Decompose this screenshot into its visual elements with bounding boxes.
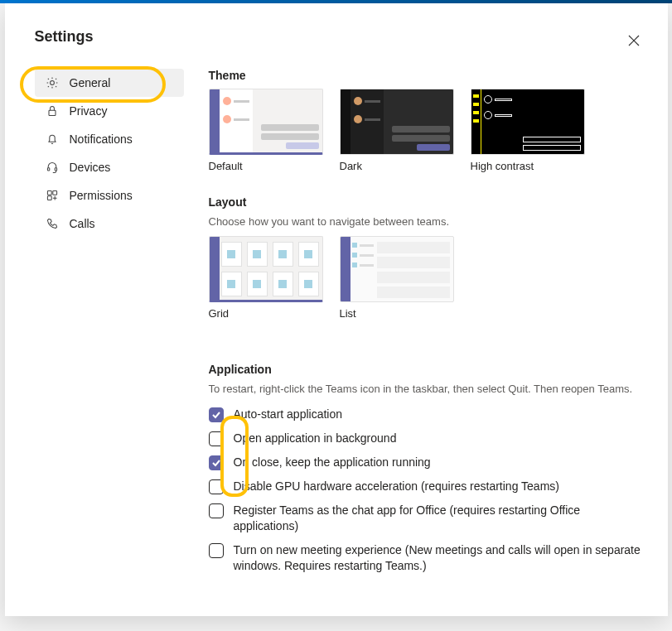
close-button[interactable] bbox=[628, 35, 645, 51]
sidebar-item-notifications[interactable]: Notifications bbox=[35, 125, 184, 153]
sidebar-item-label: Notifications bbox=[70, 132, 133, 146]
theme-option-label: High contrast bbox=[471, 160, 585, 172]
sidebar-item-devices[interactable]: Devices bbox=[35, 153, 184, 181]
gear-icon bbox=[45, 75, 60, 90]
checkbox-register-office[interactable] bbox=[209, 503, 224, 518]
sidebar-item-label: Devices bbox=[70, 161, 111, 174]
checkbox-label: Open application in background bbox=[234, 431, 643, 446]
svg-rect-3 bbox=[49, 110, 56, 115]
theme-preview-icon bbox=[340, 89, 454, 155]
layout-option-label: List bbox=[340, 307, 454, 320]
sidebar-item-privacy[interactable]: Privacy bbox=[35, 97, 184, 125]
theme-option-default[interactable]: Default bbox=[209, 89, 323, 172]
svg-rect-4 bbox=[47, 168, 49, 171]
application-title: Application bbox=[209, 363, 643, 376]
sidebar-item-permissions[interactable]: Permissions bbox=[35, 181, 184, 210]
theme-preview-icon bbox=[209, 89, 323, 155]
sidebar-item-label: Privacy bbox=[70, 104, 108, 118]
settings-title: Settings bbox=[35, 28, 643, 46]
settings-sidebar: General Privacy Notifications Devices bbox=[35, 69, 184, 582]
theme-option-dark[interactable]: Dark bbox=[340, 89, 454, 172]
permissions-icon bbox=[45, 188, 60, 203]
layout-title: Layout bbox=[209, 195, 643, 209]
layout-option-list[interactable]: List bbox=[340, 236, 454, 320]
layout-description: Choose how you want to navigate between … bbox=[209, 215, 643, 228]
theme-preview-icon bbox=[471, 89, 585, 155]
settings-modal: Settings General Privacy Notifications bbox=[5, 3, 668, 616]
checkbox-disable-gpu[interactable] bbox=[209, 479, 224, 494]
theme-option-label: Default bbox=[209, 160, 323, 172]
svg-rect-6 bbox=[47, 190, 51, 195]
sidebar-item-label: Permissions bbox=[70, 189, 133, 202]
checkbox-label: Auto-start application bbox=[234, 407, 643, 422]
phone-icon bbox=[45, 216, 60, 231]
checkbox-label: Turn on new meeting experience (New meet… bbox=[234, 542, 643, 574]
sidebar-item-calls[interactable]: Calls bbox=[35, 210, 184, 238]
svg-rect-8 bbox=[47, 196, 51, 200]
checkbox-open-background[interactable] bbox=[209, 431, 224, 446]
checkbox-auto-start[interactable] bbox=[209, 407, 224, 422]
checkbox-new-meeting-experience[interactable] bbox=[209, 543, 224, 558]
layout-option-label: Grid bbox=[209, 307, 323, 320]
sidebar-item-label: Calls bbox=[70, 217, 95, 230]
svg-rect-7 bbox=[52, 190, 56, 195]
layout-option-grid[interactable]: Grid bbox=[209, 236, 323, 320]
headset-icon bbox=[45, 160, 60, 175]
lock-icon bbox=[45, 104, 60, 118]
checkbox-label: Register Teams as the chat app for Offic… bbox=[234, 503, 643, 534]
bell-icon bbox=[45, 132, 60, 147]
svg-rect-5 bbox=[55, 168, 56, 171]
layout-preview-icon bbox=[340, 236, 454, 302]
layout-preview-icon bbox=[209, 236, 323, 302]
theme-title: Theme bbox=[209, 69, 643, 82]
svg-point-2 bbox=[50, 81, 54, 85]
sidebar-item-general[interactable]: General bbox=[35, 69, 184, 97]
application-description: To restart, right-click the Teams icon i… bbox=[209, 383, 643, 395]
sidebar-item-label: General bbox=[70, 76, 111, 89]
checkbox-keep-running[interactable] bbox=[209, 455, 224, 470]
checkbox-label: On close, keep the application running bbox=[234, 455, 643, 470]
checkbox-label: Disable GPU hardware acceleration (requi… bbox=[234, 479, 643, 494]
theme-option-high-contrast[interactable]: High contrast bbox=[471, 89, 585, 172]
theme-option-label: Dark bbox=[340, 160, 454, 172]
